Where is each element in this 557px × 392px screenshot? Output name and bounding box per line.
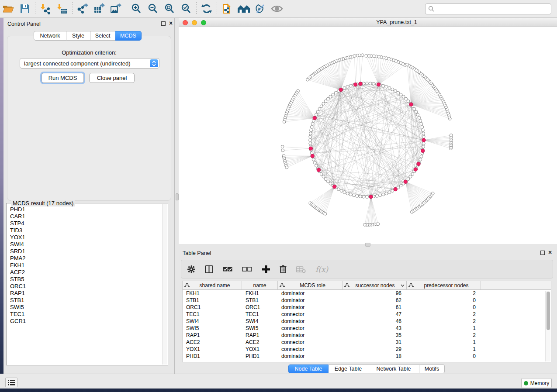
graph-mcds-hub-node[interactable] — [369, 195, 373, 199]
hide-selected-button[interactable] — [252, 1, 269, 16]
graph-node[interactable] — [326, 180, 329, 183]
graph-mcds-hub-node[interactable] — [421, 149, 425, 152]
save-session-button[interactable] — [17, 1, 33, 16]
table-cell[interactable]: dominator — [278, 332, 343, 338]
tab-edge-table[interactable]: Edge Table — [329, 364, 368, 373]
table-row[interactable]: ORC1ORC1dominator610 — [183, 304, 551, 311]
tab-network-table[interactable]: Network Table — [368, 364, 419, 373]
graph-leaf-node[interactable] — [358, 54, 361, 57]
mcds-result-item[interactable]: CAR1 — [7, 213, 162, 220]
graph-leaf-node[interactable] — [283, 120, 286, 124]
graph-node[interactable] — [362, 195, 365, 198]
graph-leaf-node[interactable] — [353, 55, 356, 58]
mcds-result-item[interactable]: SRD1 — [7, 248, 162, 255]
table-cell[interactable]: TEC1 — [242, 311, 278, 317]
graph-node[interactable] — [320, 172, 323, 175]
export-table-button[interactable] — [91, 1, 107, 16]
table-cell[interactable]: YOX1 — [242, 346, 278, 352]
table-cell[interactable]: STB1 — [242, 297, 278, 303]
graph-node[interactable] — [397, 91, 400, 94]
graph-node[interactable] — [310, 126, 313, 129]
tab-mcds[interactable]: MCDS — [115, 31, 142, 41]
close-panel-action-button[interactable]: Close panel — [89, 73, 135, 83]
mcds-result-item[interactable]: STP4 — [7, 220, 162, 227]
graph-mcds-hub-node[interactable] — [377, 83, 380, 86]
table-cell[interactable]: ACE2 — [242, 339, 278, 345]
mcds-result-item[interactable]: FKH1 — [7, 262, 162, 269]
graph-node[interactable] — [340, 189, 343, 193]
float-panel-button[interactable] — [161, 21, 166, 26]
mcds-result-item[interactable]: RAP1 — [7, 290, 162, 297]
table-row[interactable]: PHD1PHD1dominator180 — [183, 353, 551, 360]
zoom-fit-button[interactable] — [161, 1, 178, 16]
first-neighbors-button[interactable] — [235, 1, 252, 16]
tab-network[interactable]: Network — [34, 31, 66, 41]
graph-node[interactable] — [346, 192, 349, 195]
graph-mcds-hub-node[interactable] — [317, 168, 320, 172]
table-cell[interactable]: 1 — [407, 346, 481, 352]
graph-mcds-hub-node[interactable] — [313, 116, 316, 120]
toggle-column-panel-button[interactable] — [205, 265, 213, 273]
graph-mcds-hub-node[interactable] — [417, 162, 420, 165]
table-cell[interactable]: 43 — [343, 325, 407, 331]
graph-mcds-hub-node[interactable] — [332, 185, 336, 188]
graph-node[interactable] — [353, 194, 356, 197]
tab-node-table[interactable]: Node Table — [288, 364, 329, 373]
graph-node[interactable] — [421, 126, 424, 129]
graph-mcds-hub-node[interactable] — [409, 103, 413, 106]
table-cell[interactable]: 0 — [407, 297, 481, 303]
graph-node[interactable] — [405, 97, 408, 100]
table-row[interactable]: RAP1RAP1dominator352 — [183, 332, 551, 339]
table-cell[interactable]: ACE2 — [183, 339, 242, 345]
graph-mcds-hub-node[interactable] — [311, 154, 314, 158]
graph-node[interactable] — [391, 88, 394, 91]
graph-node[interactable] — [349, 84, 352, 87]
graph-mcds-hub-node[interactable] — [394, 187, 397, 191]
table-cell[interactable]: SWI5 — [183, 325, 242, 331]
table-cell[interactable]: 47 — [343, 311, 407, 317]
graph-node[interactable] — [418, 116, 421, 119]
graph-node[interactable] — [409, 175, 412, 178]
graph-node[interactable] — [382, 193, 385, 196]
delete-column-button[interactable] — [280, 265, 287, 273]
table-row[interactable]: YOX1YOX1connector291 — [183, 346, 551, 353]
close-panel-button[interactable]: × — [169, 20, 173, 26]
graph-node[interactable] — [312, 158, 315, 161]
graph-leaf-node[interactable] — [450, 134, 453, 137]
mcds-result-item[interactable]: ORC1 — [7, 283, 162, 290]
export-image-button[interactable] — [107, 1, 124, 16]
mcds-result-item[interactable]: SWI5 — [7, 304, 162, 311]
float-panel-button[interactable] — [540, 251, 545, 255]
table-cell[interactable]: STB1 — [183, 297, 242, 303]
run-mcds-button[interactable]: Run MCDS — [42, 73, 84, 83]
mcds-result-item[interactable]: PMA2 — [7, 255, 162, 262]
mcds-result-item[interactable]: SWI4 — [7, 241, 162, 248]
table-cell[interactable]: connector — [278, 346, 343, 352]
graph-mcds-hub-node[interactable] — [339, 88, 343, 91]
graph-node[interactable] — [419, 158, 422, 161]
column-header-successor-nodes[interactable]: successor nodes — [343, 281, 407, 289]
graph-node[interactable] — [356, 195, 359, 198]
table-cell[interactable]: 18 — [343, 353, 407, 359]
table-row[interactable]: SWI5SWI5connector431 — [183, 325, 551, 332]
horizontal-splitter[interactable] — [179, 244, 557, 247]
vertical-splitter[interactable] — [175, 18, 179, 374]
graph-node[interactable] — [315, 164, 318, 167]
network-graph[interactable] — [179, 27, 557, 244]
column-header-mcds-role[interactable]: MCDS role — [278, 281, 343, 289]
mcds-result-item[interactable]: STB5 — [7, 276, 162, 283]
graph-node[interactable] — [422, 135, 425, 138]
table-cell[interactable]: ORC1 — [242, 304, 278, 310]
graph-node[interactable] — [313, 161, 316, 164]
graph-node[interactable] — [422, 145, 425, 148]
result-scrollbar[interactable] — [162, 204, 167, 364]
new-network-from-selection-button[interactable] — [219, 1, 235, 16]
mcds-result-item[interactable]: GCR1 — [7, 318, 162, 325]
table-cell[interactable]: 61 — [343, 304, 407, 310]
graph-node[interactable] — [413, 107, 416, 110]
table-cell[interactable]: 46 — [343, 318, 407, 324]
table-cell[interactable]: 2 — [407, 318, 481, 324]
graph-node[interactable] — [420, 122, 423, 125]
table-row[interactable]: ACE2ACE2connector311 — [183, 339, 551, 346]
graph-mcds-hub-node[interactable] — [359, 82, 362, 86]
